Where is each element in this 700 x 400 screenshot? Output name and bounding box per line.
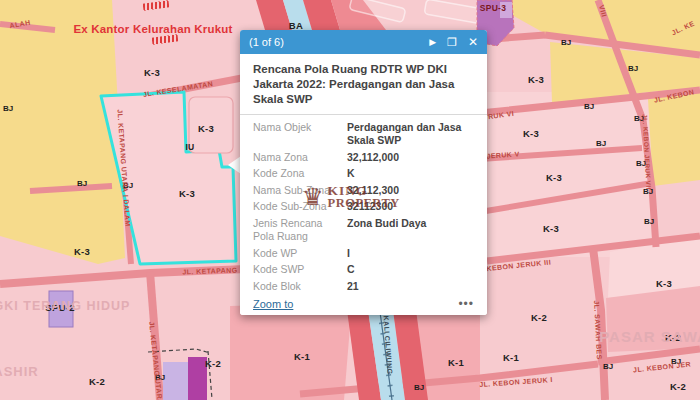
next-feature-icon[interactable]: ▶ [429, 38, 436, 47]
attribute-row: Kode SWPC [240, 262, 487, 279]
attribute-value: 21 [347, 280, 474, 294]
more-options-button[interactable]: ••• [458, 297, 474, 311]
attribute-label: Nama Zona [253, 151, 347, 165]
attribute-label: Nama Objek [253, 121, 347, 148]
attribute-table: Nama ObjekPerdagangan dan Jasa Skala SWP… [240, 115, 487, 315]
attribute-label: Kode Blok [253, 280, 347, 294]
attribute-label: Kode Zona [253, 167, 347, 181]
popup-title: Rencana Pola Ruang RDTR WP DKI Jakarta 2… [240, 54, 487, 115]
attribute-row: Nama ObjekPerdagangan dan Jasa Skala SWP [240, 119, 487, 149]
attribute-row: Jenis Rencana Pola RuangZona Budi Daya [240, 215, 487, 245]
attribute-label: Jenis Rencana Pola Ruang [253, 217, 347, 244]
attribute-label: Kode SWP [253, 263, 347, 277]
map-canvas[interactable]: Ex Kantor Kelurahan Krukut K-3 K-3 IU K-… [0, 0, 700, 400]
crown-icon: ♛ [302, 185, 324, 209]
spu2-parcel [49, 291, 73, 327]
attribute-value: Perdagangan dan Jasa Skala SWP [347, 121, 474, 148]
popup-footer: Zoom to ••• [240, 293, 487, 315]
popup-header: (1 of 6) ▶ ❐ ✕ [240, 30, 487, 54]
attribute-value: 32,112,000 [347, 151, 474, 165]
dock-icon[interactable]: ❐ [447, 37, 457, 48]
zoom-to-link[interactable]: Zoom to [253, 298, 293, 310]
watermark: ♛ KING PROPERTY [302, 184, 400, 210]
attribute-row: Kode ZonaK [240, 166, 487, 183]
attribute-value: I [347, 247, 474, 261]
close-icon[interactable]: ✕ [468, 36, 478, 48]
feature-popup: (1 of 6) ▶ ❐ ✕ Rencana Pola Ruang RDTR W… [240, 30, 487, 315]
yellow-zone-left [0, 0, 125, 264]
attribute-value: Zona Budi Daya [347, 217, 474, 244]
attribute-value: K [347, 167, 474, 181]
attribute-row: Kode WPI [240, 245, 487, 262]
attribute-row: Nama Zona32,112,000 [240, 149, 487, 166]
magenta-parcel [188, 357, 207, 400]
watermark-line2: PROPERTY [328, 197, 400, 210]
feature-count: (1 of 6) [249, 36, 284, 48]
attribute-value: C [347, 263, 474, 277]
attribute-label: Kode WP [253, 247, 347, 261]
